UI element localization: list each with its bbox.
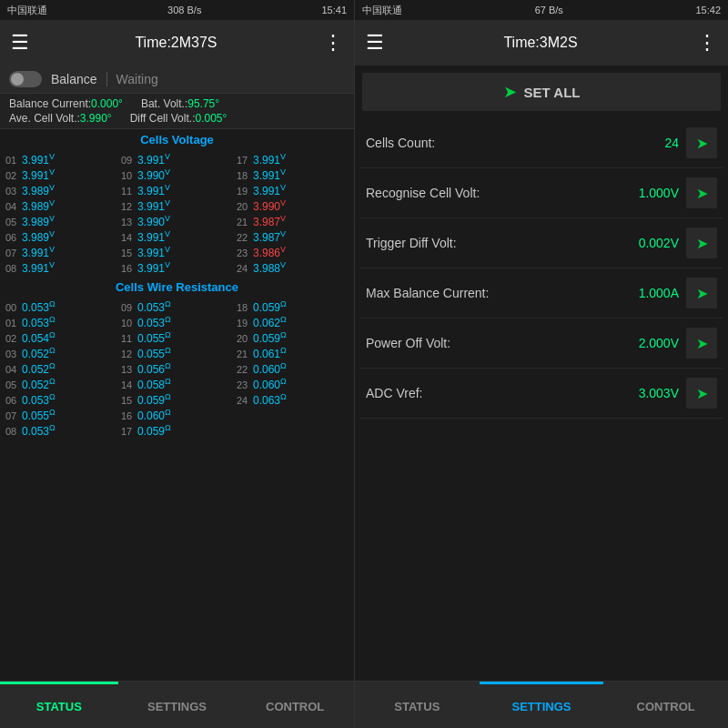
send-button-3[interactable]: ➤ <box>686 278 717 308</box>
volt-num: 24 <box>237 263 251 274</box>
res-col-3: 180.059Ω190.062Ω200.059Ω210.061Ω220.060Ω… <box>237 299 349 438</box>
volt-row: 043.989V <box>5 198 117 213</box>
res-row: 130.056Ω <box>121 361 233 376</box>
volt-row: 103.990V <box>121 167 233 182</box>
res-col-2: 090.053Ω100.053Ω110.055Ω120.055Ω130.056Ω… <box>121 299 233 438</box>
volt-value: 3.991V <box>22 167 55 182</box>
res-num: 16 <box>121 410 136 421</box>
left-title: Time:2M37S <box>135 35 217 51</box>
right-nav-status[interactable]: STATUS <box>355 682 480 728</box>
send-button-0[interactable]: ➤ <box>686 127 717 158</box>
send-button-4[interactable]: ➤ <box>686 328 717 359</box>
res-num: 00 <box>5 302 20 313</box>
res-row: 040.052Ω <box>5 361 117 376</box>
volt-num: 07 <box>5 248 20 258</box>
left-more-icon[interactable]: ⋮ <box>323 31 343 55</box>
volt-value: 3.989V <box>22 198 55 213</box>
send-button-2[interactable]: ➤ <box>686 228 717 258</box>
volt-value: 3.990V <box>137 214 170 228</box>
left-nav-settings[interactable]: SETTINGS <box>118 682 237 728</box>
left-nav-control[interactable]: CONTROL <box>236 682 354 728</box>
setting-row: Trigger Diff Volt: 0.002V ➤ <box>360 218 723 268</box>
volt-value: 3.989V <box>22 214 55 228</box>
set-all-button[interactable]: ➤ SET ALL <box>362 73 721 111</box>
right-nav-settings[interactable]: SETTINGS <box>480 682 604 728</box>
left-time: 15:41 <box>321 5 347 15</box>
res-value: 0.063Ω <box>253 392 287 407</box>
send-button-5[interactable]: ➤ <box>686 378 717 409</box>
volt-value: 3.991V <box>137 245 170 259</box>
volt-value: 3.991V <box>253 183 286 197</box>
volt-num: 22 <box>237 232 251 243</box>
volt-value: 3.991V <box>137 152 170 167</box>
res-num: 07 <box>5 410 20 421</box>
res-num: 20 <box>237 333 251 344</box>
setting-label: Max Balance Current: <box>366 286 608 300</box>
volt-row: 113.991V <box>121 183 233 197</box>
res-num: 17 <box>121 426 136 437</box>
res-value: 0.053Ω <box>22 315 56 329</box>
res-value: 0.053Ω <box>22 392 56 407</box>
resistance-table: 000.053Ω010.053Ω020.054Ω030.052Ω040.052Ω… <box>0 298 354 440</box>
volt-num: 18 <box>237 170 251 181</box>
set-all-icon: ➤ <box>503 82 517 102</box>
cells-voltage-header: Cells Voltage <box>0 129 354 150</box>
res-value: 0.054Ω <box>22 330 56 345</box>
volt-num: 15 <box>121 248 136 258</box>
res-row: 100.053Ω <box>121 315 233 329</box>
cells-resistance-header: Cells Wire Resistance <box>0 277 354 298</box>
setting-row: Recognise Cell Volt: 1.000V ➤ <box>360 168 723 218</box>
res-row: 180.059Ω <box>237 299 349 314</box>
res-num: 13 <box>121 364 136 375</box>
setting-value: 1.000V <box>615 186 679 200</box>
balance-toggle[interactable] <box>9 71 42 87</box>
res-row: 150.059Ω <box>121 392 233 407</box>
res-num: 01 <box>5 318 20 329</box>
res-value: 0.052Ω <box>22 377 56 391</box>
volt-row: 123.991V <box>121 198 233 213</box>
balance-label: Balance <box>51 72 97 86</box>
bat-volt-label: Bat. Volt.:95.75° <box>141 97 219 110</box>
right-menu-icon[interactable]: ☰ <box>366 31 384 55</box>
right-more-icon[interactable]: ⋮ <box>697 31 717 55</box>
left-app-bar: ☰ Time:2M37S ⋮ <box>0 20 354 66</box>
res-row: 070.055Ω <box>5 408 117 422</box>
setting-label: ADC Vref: <box>366 386 608 400</box>
res-row: 230.060Ω <box>237 377 349 391</box>
send-button-1[interactable]: ➤ <box>686 177 717 208</box>
volt-value: 3.987V <box>253 214 286 228</box>
res-value: 0.062Ω <box>253 315 287 329</box>
right-nav-control[interactable]: CONTROL <box>603 682 728 728</box>
res-value: 0.059Ω <box>253 299 287 314</box>
volt-num: 10 <box>121 170 136 181</box>
diff-cell-label: Diff Cell Volt.:0.005° <box>130 112 228 125</box>
left-carrier: 中国联通 <box>7 4 47 17</box>
right-time: 15:42 <box>695 5 721 15</box>
res-value: 0.056Ω <box>137 361 171 376</box>
volt-col-1: 013.991V023.991V033.989V043.989V053.989V… <box>5 152 117 275</box>
res-value: 0.055Ω <box>22 408 56 422</box>
res-value: 0.055Ω <box>137 346 171 360</box>
res-row: 080.053Ω <box>5 423 117 438</box>
left-nav-status[interactable]: STATUS <box>0 682 118 728</box>
res-value: 0.053Ω <box>137 299 171 314</box>
right-app-bar: ☰ Time:3M2S ⋮ <box>355 20 728 66</box>
ave-cell-value: 3.990° <box>80 112 112 125</box>
bat-volt-value: 95.75° <box>187 97 219 110</box>
volt-row: 193.991V <box>237 183 349 197</box>
volt-row: 173.991V <box>237 152 349 167</box>
balance-current-label: Balance Current:0.000° <box>9 97 123 110</box>
res-num: 09 <box>121 302 136 313</box>
left-status-icons: 308 B/s <box>167 5 201 15</box>
volt-num: 16 <box>121 263 136 274</box>
res-num: 15 <box>121 395 136 406</box>
volt-row: 073.991V <box>5 245 117 259</box>
res-row: 210.061Ω <box>237 346 349 360</box>
volt-row: 083.991V <box>5 260 117 275</box>
res-row: 020.054Ω <box>5 330 117 345</box>
right-bottom-nav: STATUS SETTINGS CONTROL <box>355 681 728 728</box>
res-num: 06 <box>5 395 20 406</box>
left-menu-icon[interactable]: ☰ <box>11 31 29 55</box>
res-value: 0.053Ω <box>137 315 171 329</box>
res-value: 0.053Ω <box>22 299 56 314</box>
